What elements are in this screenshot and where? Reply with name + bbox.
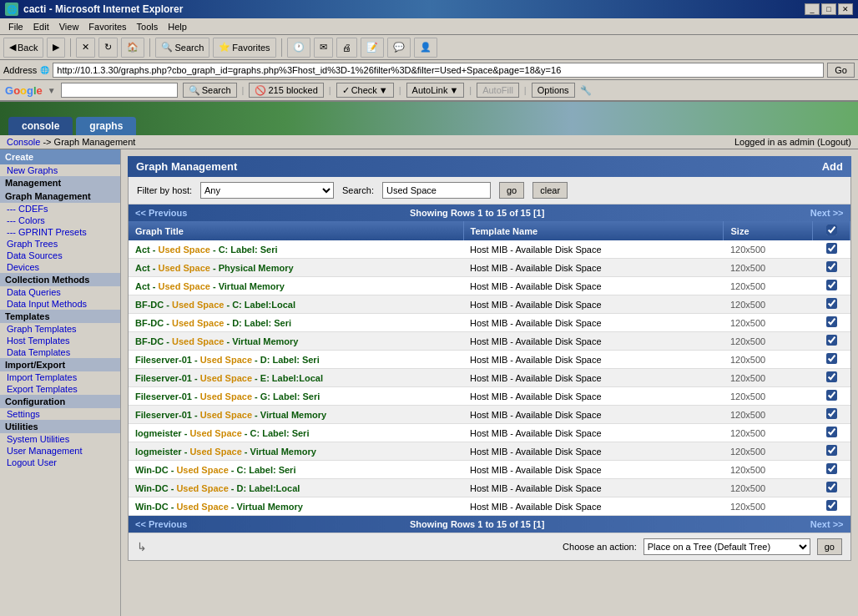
blocked-button[interactable]: 🚫 215 blocked xyxy=(249,83,323,98)
sidebar-item-graph-templates[interactable]: Graph Templates xyxy=(0,323,120,335)
sidebar-item-data-sources[interactable]: Data Sources xyxy=(0,250,120,261)
sidebar-item-data-queries[interactable]: Data Queries xyxy=(0,286,120,298)
check-8[interactable] xyxy=(813,369,850,387)
check-4[interactable] xyxy=(813,295,850,314)
graph-link-15[interactable]: Win-DC - Used Space - Virtual Memory xyxy=(135,502,303,512)
select-all-checkbox[interactable] xyxy=(826,225,837,235)
search-input[interactable] xyxy=(382,182,491,199)
autolink-button[interactable]: AutoLink ▼ xyxy=(406,83,465,98)
sidebar-item-cdefs[interactable]: --- CDEFs xyxy=(0,203,120,215)
check-2[interactable] xyxy=(813,259,850,277)
menu-edit[interactable]: Edit xyxy=(28,20,54,33)
go-filter-button[interactable]: go xyxy=(499,182,524,199)
sidebar-item-import-templates[interactable]: Import Templates xyxy=(0,371,120,383)
window-controls[interactable]: _ □ ✕ xyxy=(805,3,853,15)
google-search-input[interactable] xyxy=(61,83,178,98)
action-select[interactable]: Place on a Tree (Default Tree) xyxy=(644,538,810,555)
sidebar-item-user-management[interactable]: User Management xyxy=(0,445,120,457)
graph-link-3[interactable]: Act - Used Space - Virtual Memory xyxy=(135,281,285,291)
filter-host-select[interactable]: Any xyxy=(200,182,334,199)
check-3[interactable] xyxy=(813,277,850,295)
options-button[interactable]: Options xyxy=(532,83,575,98)
check-10[interactable] xyxy=(813,406,850,424)
next-link-bottom[interactable]: Next >> xyxy=(810,519,844,529)
back-button[interactable]: ◀ Back xyxy=(3,38,43,58)
autofill-button[interactable]: AutoFill xyxy=(477,83,519,98)
sidebar-item-settings[interactable]: Settings xyxy=(0,408,120,420)
check-12[interactable] xyxy=(813,442,850,461)
sidebar-item-system-utilities[interactable]: System Utilities xyxy=(0,433,120,445)
graph-link-2[interactable]: Act - Used Space - Physical Memory xyxy=(135,263,294,273)
minimize-button[interactable]: _ xyxy=(805,3,820,15)
add-label[interactable]: Add xyxy=(822,160,843,173)
menu-help[interactable]: Help xyxy=(163,20,192,33)
mail-button[interactable]: ✉ xyxy=(314,38,333,58)
graph-link-9[interactable]: Fileserver-01 - Used Space - G: Label: S… xyxy=(135,391,320,401)
sidebar-item-logout[interactable]: Logout User xyxy=(0,457,120,468)
breadcrumb-console[interactable]: Console xyxy=(7,137,40,147)
clear-filter-button[interactable]: clear xyxy=(532,182,568,199)
messenger-button[interactable]: 👤 xyxy=(414,38,437,58)
graph-link-1[interactable]: Act - Used Space - C: Label: Seri xyxy=(135,245,278,255)
check-7[interactable] xyxy=(813,351,850,369)
sidebar-item-host-templates[interactable]: Host Templates xyxy=(0,335,120,346)
search-button[interactable]: 🔍 Search xyxy=(155,38,209,58)
check-button[interactable]: ✓ Check ▼ xyxy=(336,83,394,98)
menu-favorites[interactable]: Favorites xyxy=(83,20,131,33)
graph-link-12[interactable]: logmeister - Used Space - Virtual Memory xyxy=(135,447,316,457)
menu-tools[interactable]: Tools xyxy=(132,20,164,33)
col-header-check[interactable] xyxy=(813,221,850,240)
check-11[interactable] xyxy=(813,424,850,442)
print-button[interactable]: 🖨 xyxy=(336,38,357,58)
check-5[interactable] xyxy=(813,314,850,332)
graph-link-5[interactable]: BF-DC - Used Space - D: Label: Seri xyxy=(135,318,291,328)
table-row: logmeister - Used Space - Virtual Memory… xyxy=(129,442,850,461)
action-go-button[interactable]: go xyxy=(817,538,842,555)
sidebar-item-gprint[interactable]: --- GPRINT Presets xyxy=(0,226,120,238)
next-link-top[interactable]: Next >> xyxy=(810,208,844,218)
tab-console[interactable]: console xyxy=(8,117,73,135)
prev-link-top[interactable]: << Previous xyxy=(135,208,187,218)
discuss-button[interactable]: 💬 xyxy=(387,38,411,58)
menu-view[interactable]: View xyxy=(54,20,84,33)
favorites-button[interactable]: ⭐ Favorites xyxy=(213,38,275,58)
refresh-button[interactable]: ↻ xyxy=(98,38,118,58)
check-15[interactable] xyxy=(813,497,850,516)
prev-link-bottom[interactable]: << Previous xyxy=(135,519,187,529)
maximize-button[interactable]: □ xyxy=(821,3,836,15)
graph-link-6[interactable]: BF-DC - Used Space - Virtual Memory xyxy=(135,336,298,346)
graph-link-11[interactable]: logmeister - Used Space - C: Label: Seri xyxy=(135,428,309,438)
graph-link-13[interactable]: Win-DC - Used Space - C: Label: Seri xyxy=(135,465,295,475)
sidebar-item-devices[interactable]: Devices xyxy=(0,261,120,273)
stop-button[interactable]: ✕ xyxy=(76,38,95,58)
edit-button[interactable]: 📝 xyxy=(361,38,384,58)
address-input[interactable] xyxy=(53,63,824,78)
history-button[interactable]: 🕐 xyxy=(287,38,310,58)
graph-link-7[interactable]: Fileserver-01 - Used Space - D: Label: S… xyxy=(135,355,320,365)
sidebar-item-graph-management[interactable]: Graph Management xyxy=(0,189,120,203)
graph-link-10[interactable]: Fileserver-01 - Used Space - Virtual Mem… xyxy=(135,410,326,420)
check-13[interactable] xyxy=(813,461,850,479)
google-dropdown-arrow[interactable]: ▼ xyxy=(48,86,56,95)
close-button[interactable]: ✕ xyxy=(838,3,853,15)
home-button[interactable]: 🏠 xyxy=(121,38,144,58)
graph-link-8[interactable]: Fileserver-01 - Used Space - E: Label:Lo… xyxy=(135,373,323,383)
graph-link-14[interactable]: Win-DC - Used Space - D: Label:Local xyxy=(135,483,300,493)
sidebar-item-new-graphs[interactable]: New Graphs xyxy=(0,164,120,176)
google-search-button[interactable]: 🔍 Search xyxy=(183,83,237,98)
check-6[interactable] xyxy=(813,332,850,351)
size-9: 120x500 xyxy=(724,387,813,406)
check-9[interactable] xyxy=(813,387,850,406)
sidebar-item-colors[interactable]: --- Colors xyxy=(0,215,120,226)
sidebar-item-graph-trees[interactable]: Graph Trees xyxy=(0,238,120,250)
menu-file[interactable]: File xyxy=(3,20,28,33)
tab-graphs[interactable]: graphs xyxy=(76,117,136,135)
sidebar-item-data-templates[interactable]: Data Templates xyxy=(0,346,120,358)
go-button[interactable]: Go xyxy=(827,63,855,78)
sidebar-item-export-templates[interactable]: Export Templates xyxy=(0,383,120,395)
sidebar-item-data-input[interactable]: Data Input Methods xyxy=(0,298,120,310)
forward-button[interactable]: ▶ xyxy=(47,38,65,58)
check-1[interactable] xyxy=(813,240,850,259)
graph-link-4[interactable]: BF-DC - Used Space - C: Label:Local xyxy=(135,300,295,310)
check-14[interactable] xyxy=(813,479,850,497)
